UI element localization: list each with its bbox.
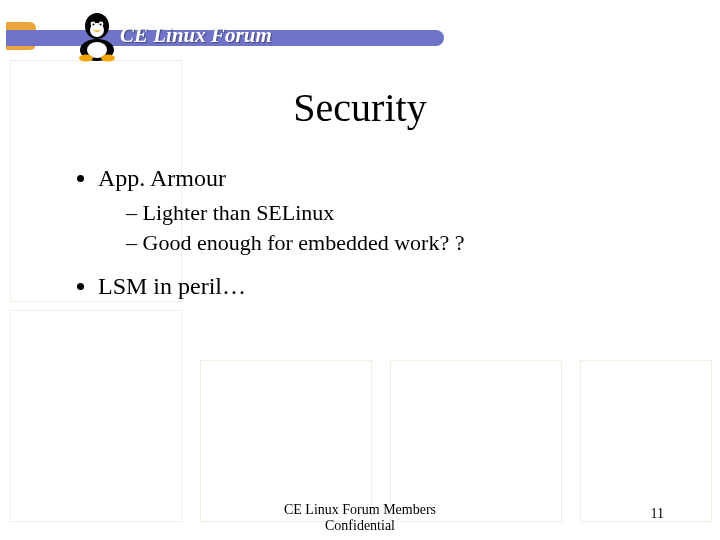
sub-bullet: Lighter than SELinux (126, 198, 670, 228)
footer-line1: CE Linux Forum Members (284, 502, 436, 517)
svg-point-7 (100, 24, 102, 26)
slide-content: App. Armour Lighter than SELinux Good en… (70, 162, 670, 308)
forum-name: CE Linux Forum (120, 23, 272, 48)
footer-line2: Confidential (325, 518, 395, 533)
svg-point-8 (79, 55, 93, 62)
svg-point-6 (93, 24, 95, 26)
bg-ornament (580, 360, 712, 522)
sub-bullet: Good enough for embedded work? ? (126, 228, 670, 258)
bullet-item: LSM in peril… (98, 270, 670, 302)
page-number: 11 (651, 506, 664, 522)
bg-ornament (10, 310, 182, 522)
bullet-text: App. Armour (98, 165, 226, 191)
bg-ornament (200, 360, 372, 522)
header-banner: CE Linux Forum (6, 10, 446, 54)
bg-ornament (390, 360, 562, 522)
slide-title: Security (0, 84, 720, 131)
bullet-item: App. Armour Lighter than SELinux Good en… (98, 162, 670, 258)
bullet-text: LSM in peril… (98, 273, 246, 299)
footer-text: CE Linux Forum Members Confidential (0, 502, 720, 534)
svg-point-9 (101, 55, 115, 62)
tux-penguin-icon (72, 10, 122, 62)
